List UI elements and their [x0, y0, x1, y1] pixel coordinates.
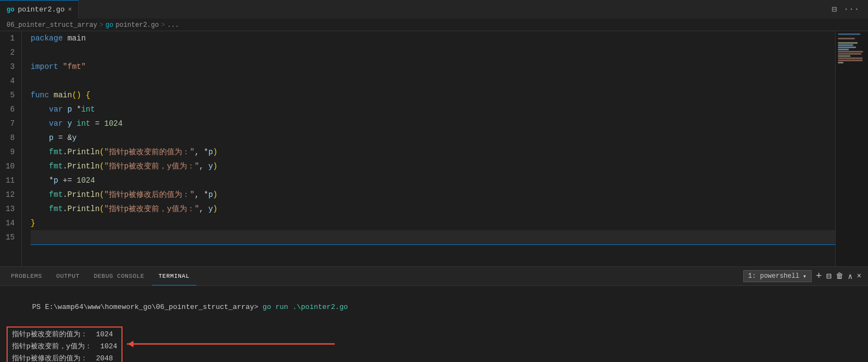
line-num-2: 2: [4, 45, 15, 60]
code-line-8: p = &y: [31, 131, 835, 145]
editor-tab-pointer2[interactable]: go pointer2.go ×: [0, 0, 79, 19]
line-numbers: 1 2 3 4 5 6 7 8 9 10 11 12 13 14 15: [0, 31, 22, 266]
breadcrumb-sep1: >: [100, 21, 103, 29]
line-num-1: 1: [4, 31, 15, 45]
breadcrumb-dots[interactable]: ...: [167, 21, 179, 29]
terminal-command: go run .\pointer2.go: [263, 303, 348, 311]
arrow-annotation: [127, 338, 346, 349]
minimap-line: [838, 62, 843, 63]
code-line-5: func main() {: [31, 88, 835, 102]
code-line-4: [31, 74, 835, 88]
add-terminal-icon[interactable]: +: [816, 271, 822, 282]
minimap-line: [838, 53, 861, 55]
terminal-selector-label: 1: powershell: [748, 272, 800, 280]
line-num-10: 10: [4, 159, 15, 173]
code-line-2: [31, 45, 835, 60]
tab-output[interactable]: OUTPUT: [50, 267, 86, 285]
terminal-prompt-line: PS E:\wamp64\www\homework_go\06_pointer_…: [7, 289, 861, 325]
code-line-6: var p *int: [31, 102, 835, 116]
line-num-15: 15: [4, 230, 15, 244]
line-num-7: 7: [4, 116, 15, 131]
tab-terminal[interactable]: TERMINAL: [152, 267, 196, 285]
code-line-3: import "fmt": [31, 60, 835, 74]
code-line-15: [31, 230, 835, 245]
minimap-line: [838, 44, 853, 46]
tab-close-button[interactable]: ×: [68, 6, 72, 14]
minimap-line: [838, 55, 850, 57]
code-line-9: fmt.Println("指针p被改变前的值为：", *p): [31, 145, 835, 159]
panel: PROBLEMS OUTPUT DEBUG CONSOLE TERMINAL 1…: [0, 266, 868, 362]
tab-debug-console[interactable]: DEBUG CONSOLE: [87, 267, 150, 285]
tab-problems[interactable]: PROBLEMS: [4, 267, 49, 285]
minimap-line: [838, 49, 849, 50]
terminal-body[interactable]: PS E:\wamp64\www\homework_go\06_pointer_…: [0, 286, 868, 362]
more-actions-icon[interactable]: ···: [843, 4, 859, 14]
panel-tabs-right: 1: powershell ▾ + ⊟ 🗑 ∧ ×: [743, 270, 868, 282]
breadcrumb-folder[interactable]: 06_pointer_struct_array: [7, 21, 97, 29]
svg-marker-1: [128, 341, 133, 347]
output-line-1: 指针p被改变前的值为： 1024: [12, 329, 117, 341]
code-line-12: fmt.Println("指针p被修改后的值为：", *p): [31, 188, 835, 202]
line-num-13: 13: [4, 202, 15, 216]
chevron-down-icon: ▾: [802, 272, 806, 281]
split-terminal-icon[interactable]: ⊟: [826, 271, 832, 282]
minimap: [835, 31, 868, 266]
line-num-4: 4: [4, 74, 15, 88]
minimap-line: [838, 60, 863, 61]
split-editor-icon[interactable]: ⊟: [832, 4, 837, 15]
tab-bar: go pointer2.go × ⊟ ···: [0, 0, 868, 19]
terminal-selector[interactable]: 1: powershell ▾: [743, 270, 812, 282]
minimap-content: [836, 31, 868, 68]
red-arrow-svg: [127, 338, 346, 349]
minimap-line: [838, 51, 863, 52]
minimap-line: [838, 46, 856, 48]
terminal-ps-prefix: PS E:\wamp64\www\homework_go\06_pointer_…: [32, 303, 263, 311]
line-num-9: 9: [4, 145, 15, 159]
code-line-10: fmt.Println("指针p被改变前，y值为：", y): [31, 159, 835, 173]
breadcrumb-sep2: >: [161, 21, 165, 29]
code-area[interactable]: package main import "fmt" func main() { …: [22, 31, 835, 266]
output-line-3: 指针p被修改后的值为： 2048: [12, 353, 117, 362]
code-line-7: var y int = 1024: [31, 116, 835, 131]
minimap-line: [838, 38, 855, 39]
minimap-line: [838, 42, 858, 44]
collapse-terminal-icon[interactable]: ∧: [848, 272, 852, 281]
close-terminal-icon[interactable]: ×: [857, 272, 861, 281]
minimap-line: [838, 57, 863, 59]
breadcrumb: 06_pointer_struct_array > go pointer2.go…: [0, 19, 868, 31]
tab-bar-left: go pointer2.go ×: [0, 0, 79, 19]
tab-bar-right: ⊟ ···: [832, 4, 868, 15]
line-num-12: 12: [4, 188, 15, 202]
line-num-8: 8: [4, 131, 15, 145]
line-num-14: 14: [4, 216, 15, 230]
go-icon: go: [7, 6, 14, 14]
editor: 1 2 3 4 5 6 7 8 9 10 11 12 13 14 15 pack…: [0, 31, 868, 266]
line-num-3: 3: [4, 60, 15, 74]
output-box: 指针p被改变前的值为： 1024 指针p被改变前，y值为： 1024 指针p被修…: [7, 326, 123, 362]
code-line-1: package main: [31, 31, 835, 45]
tab-filename: pointer2.go: [18, 5, 65, 14]
code-line-13: fmt.Println("指针p被改变前，y值为：", y): [31, 202, 835, 216]
code-line-14: }: [31, 216, 835, 230]
delete-terminal-icon[interactable]: 🗑: [836, 272, 843, 281]
line-num-5: 5: [4, 88, 15, 102]
line-num-11: 11: [4, 173, 15, 188]
panel-tabs-left: PROBLEMS OUTPUT DEBUG CONSOLE TERMINAL: [4, 267, 196, 285]
panel-tabs: PROBLEMS OUTPUT DEBUG CONSOLE TERMINAL 1…: [0, 267, 868, 286]
breadcrumb-file[interactable]: pointer2.go: [115, 21, 159, 29]
code-line-11: *p += 1024: [31, 173, 835, 188]
output-section: 指针p被改变前的值为： 1024 指针p被改变前，y值为： 1024 指针p被修…: [7, 326, 861, 362]
minimap-line: [838, 33, 860, 35]
line-num-6: 6: [4, 102, 15, 116]
breadcrumb-go-icon: go: [106, 21, 113, 29]
output-line-2: 指针p被改变前，y值为： 1024: [12, 341, 117, 353]
